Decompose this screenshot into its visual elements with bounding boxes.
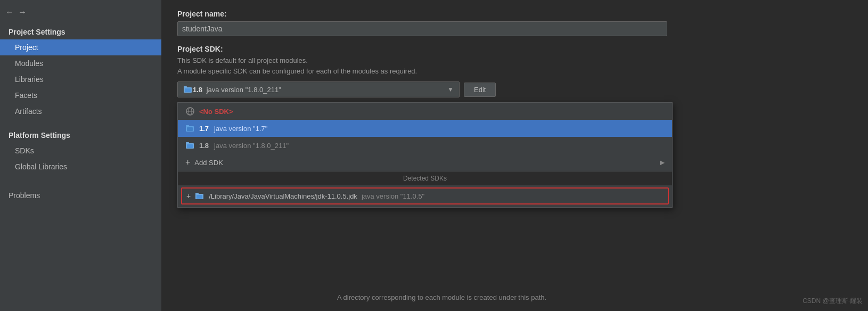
svg-rect-7 [186, 125, 189, 127]
popup-item-no-sdk[interactable]: <No SDK> [178, 103, 672, 120]
main-content: Project name: Project SDK: This SDK is d… [161, 0, 868, 311]
sdk-dropdown-popup: <No SDK> 1.7 java version "1.7" [177, 102, 673, 208]
sdk-description: This SDK is default for all project modu… [177, 55, 852, 76]
add-sdk-row[interactable]: + Add SDK ▶ [178, 154, 672, 171]
no-sdk-label: <No SDK> [199, 108, 233, 116]
project-name-input[interactable] [177, 21, 667, 36]
sidebar-item-facets[interactable]: Facets [0, 87, 161, 103]
detected-sdk-path: /Library/Java/JavaVirtualMachines/jdk-11… [209, 192, 357, 200]
sdk-dropdown[interactable]: 1.8 java version "1.8.0_211" ▼ [177, 81, 460, 97]
sdk-version-string: java version "1.8.0_211" [207, 86, 281, 94]
popup-item-jdk18[interactable]: 1.8 java version "1.8.0_211" [178, 137, 672, 154]
sidebar-item-sdks[interactable]: SDKs [0, 143, 161, 159]
forward-arrow[interactable]: → [18, 7, 27, 17]
globe-icon [185, 107, 195, 116]
add-icon: + [185, 158, 190, 167]
svg-rect-13 [195, 193, 199, 194]
sidebar: ← → Project Settings Project Modules Lib… [0, 0, 161, 311]
svg-rect-10 [186, 142, 189, 144]
platform-settings-section-label: Platform Settings [0, 126, 161, 143]
sdk-folder-icon [183, 85, 193, 94]
jdk17-bold-label: 1.7 [199, 125, 209, 133]
sidebar-item-global-libraries[interactable]: Global Libraries [0, 159, 161, 175]
detected-sdk-version: java version "11.0.5" [362, 192, 424, 200]
jdk17-folder-icon [185, 124, 195, 133]
sidebar-item-problems[interactable]: Problems [0, 187, 161, 203]
sidebar-item-modules[interactable]: Modules [0, 55, 161, 71]
svg-rect-1 [184, 86, 187, 88]
detected-folder-icon [195, 191, 204, 201]
detected-section-label: Detected SDKs [178, 171, 672, 185]
jdk17-version-label: java version "1.7" [214, 125, 267, 133]
sidebar-item-project[interactable]: Project [0, 39, 161, 55]
detected-add-icon: + [186, 192, 191, 200]
sidebar-item-artifacts[interactable]: Artifacts [0, 103, 161, 119]
nav-header: ← → [0, 4, 161, 22]
dropdown-arrow-icon: ▼ [447, 86, 454, 93]
partial-description-text: A directory corresponding to each module… [337, 293, 546, 301]
detected-sdk-item[interactable]: + /Library/Java/JavaVirtualMachines/jdk-… [181, 187, 669, 204]
back-arrow[interactable]: ← [5, 7, 14, 17]
add-sdk-left: + Add SDK [185, 158, 223, 167]
sdk-dropdown-text: 1.8 java version "1.8.0_211" [193, 86, 447, 94]
watermark: CSDN @查理斯·耀装 [803, 297, 863, 306]
svg-rect-2 [185, 88, 191, 92]
jdk18-bold-label: 1.8 [199, 142, 209, 150]
sidebar-item-libraries[interactable]: Libraries [0, 71, 161, 87]
jdk18-folder-icon [185, 141, 195, 150]
sdk-row: 1.8 java version "1.8.0_211" ▼ Edit [177, 81, 852, 97]
sdk-version-bold: 1.8 [193, 86, 202, 94]
svg-rect-14 [196, 195, 202, 199]
sdk-label: Project SDK: [177, 45, 852, 53]
edit-button[interactable]: Edit [464, 83, 496, 97]
popup-item-jdk17[interactable]: 1.7 java version "1.7" [178, 120, 672, 137]
svg-rect-11 [187, 144, 193, 148]
detected-item-wrapper: + /Library/Java/JavaVirtualMachines/jdk-… [178, 185, 672, 207]
submenu-arrow-icon: ▶ [660, 159, 665, 166]
svg-rect-8 [187, 127, 193, 131]
project-settings-section-label: Project Settings [0, 22, 161, 39]
jdk18-version-label: java version "1.8.0_211" [214, 142, 289, 150]
project-name-label: Project name: [177, 10, 852, 18]
add-sdk-label: Add SDK [194, 159, 223, 167]
